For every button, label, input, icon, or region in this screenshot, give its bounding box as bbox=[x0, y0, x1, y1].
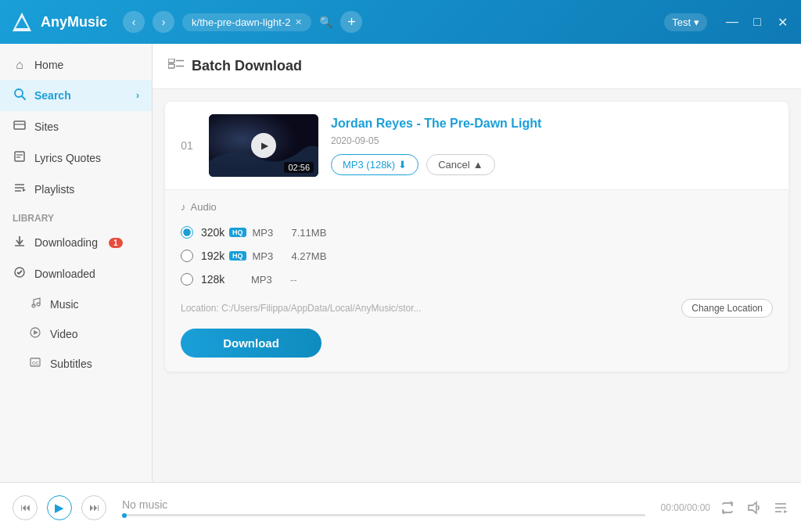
maximize-button[interactable]: □ bbox=[748, 13, 767, 31]
location-label: Location: C:/Users/Filippa/AppData/Local… bbox=[181, 303, 673, 314]
track-number: 01 bbox=[178, 139, 196, 152]
sidebar-item-subtitles[interactable]: CC Subtitles bbox=[0, 349, 152, 379]
cancel-button[interactable]: Cancel ▲ bbox=[426, 154, 494, 175]
location-path: C:/Users/Filippa/AppData/Local/AnyMusic/… bbox=[221, 303, 421, 314]
library-section-label: Library bbox=[0, 205, 152, 227]
volume-button[interactable] bbox=[746, 500, 762, 516]
hq-badge-192k: HQ bbox=[229, 251, 246, 261]
sidebar-label-home: Home bbox=[34, 59, 63, 71]
playlists-icon bbox=[13, 182, 27, 197]
size-128k: -- bbox=[290, 274, 297, 286]
download-arrow-icon: ⬇ bbox=[398, 159, 407, 171]
svg-line-3 bbox=[22, 96, 25, 99]
format-button[interactable]: MP3 (128k) ⬇ bbox=[331, 154, 418, 175]
size-192k: 4.27MB bbox=[292, 250, 339, 262]
quality-value-192k: 192k bbox=[201, 250, 229, 262]
batch-download-title: Batch Download bbox=[192, 58, 302, 74]
sidebar-label-downloading: Downloading bbox=[34, 236, 98, 249]
quality-row-320k: 320k HQ MP3 7.11MB bbox=[181, 221, 773, 244]
sidebar-label-music: Music bbox=[50, 298, 79, 311]
search-tab[interactable]: k/the-pre-dawn-light-2 ✕ bbox=[182, 13, 311, 31]
track-actions: MP3 (128k) ⬇ Cancel ▲ bbox=[331, 154, 776, 175]
player-info: No music bbox=[116, 498, 652, 516]
track-title: Jordan Reyes - The Pre-Dawn Light bbox=[331, 117, 776, 131]
player-extra-controls bbox=[720, 500, 788, 516]
subtitles-icon: CC bbox=[28, 357, 42, 371]
svg-marker-31 bbox=[784, 510, 788, 513]
next-button[interactable]: ⏭ bbox=[81, 495, 106, 520]
music-note-icon: ♪ bbox=[181, 201, 186, 213]
video-icon bbox=[28, 327, 42, 341]
track-header: 01 bbox=[165, 102, 788, 189]
quality-radio-128k[interactable] bbox=[181, 273, 193, 286]
svg-marker-19 bbox=[34, 330, 38, 335]
quality-radio-320k[interactable] bbox=[181, 226, 193, 239]
svg-rect-22 bbox=[168, 59, 174, 63]
add-tab-button[interactable]: + bbox=[340, 11, 362, 33]
svg-point-17 bbox=[37, 303, 40, 306]
sidebar-item-lyrics[interactable]: Lyrics Quotes bbox=[0, 142, 152, 174]
search-icon-tab[interactable]: 🔍 bbox=[319, 16, 332, 28]
svg-marker-27 bbox=[749, 502, 756, 513]
track-container: 01 bbox=[165, 102, 788, 372]
sites-icon bbox=[13, 119, 27, 135]
sidebar-item-search[interactable]: Search › bbox=[0, 80, 152, 111]
lyrics-icon bbox=[13, 150, 27, 166]
sidebar-item-playlists[interactable]: Playlists bbox=[0, 174, 152, 205]
quality-radio-192k[interactable] bbox=[181, 250, 193, 262]
content-header: Batch Download bbox=[153, 44, 801, 89]
close-tab-icon[interactable]: ✕ bbox=[295, 17, 302, 27]
progress-fill bbox=[122, 513, 127, 518]
audio-options: ♪ Audio 320k HQ MP3 7.11MB 192k HQ MP3 bbox=[165, 189, 788, 372]
play-button-overlay[interactable] bbox=[251, 133, 276, 158]
downloading-icon bbox=[13, 235, 27, 250]
svg-text:CC: CC bbox=[32, 361, 39, 365]
location-bar: Location: C:/Users/Filippa/AppData/Local… bbox=[181, 291, 773, 322]
forward-button[interactable]: › bbox=[153, 11, 174, 33]
sidebar-item-sites[interactable]: Sites bbox=[0, 111, 152, 142]
format-320k: MP3 bbox=[253, 227, 292, 239]
sidebar-item-downloading[interactable]: Downloading 1 bbox=[0, 227, 152, 258]
back-button[interactable]: ‹ bbox=[123, 11, 145, 33]
sidebar-item-video[interactable]: Video bbox=[0, 319, 152, 349]
search-icon bbox=[13, 88, 27, 103]
time-display: 00:00/00:00 bbox=[661, 502, 710, 513]
sidebar-item-home[interactable]: ⌂ Home bbox=[0, 50, 152, 80]
track-date: 2020-09-05 bbox=[331, 135, 776, 146]
svg-rect-23 bbox=[168, 64, 174, 68]
progress-bar[interactable] bbox=[122, 514, 645, 516]
minimize-button[interactable]: — bbox=[723, 13, 742, 31]
audio-section-label: ♪ Audio bbox=[181, 201, 773, 213]
sidebar-item-downloaded[interactable]: Downloaded bbox=[0, 258, 152, 289]
close-button[interactable]: ✕ bbox=[773, 13, 792, 31]
change-location-button[interactable]: Change Location bbox=[681, 299, 773, 318]
chevron-right-icon: › bbox=[136, 90, 139, 101]
app-name: AnyMusic bbox=[41, 14, 107, 31]
play-pause-button[interactable]: ▶ bbox=[47, 495, 72, 520]
sidebar-label-video: Video bbox=[50, 328, 78, 340]
quality-value-320k: 320k bbox=[201, 226, 229, 239]
format-192k: MP3 bbox=[253, 250, 292, 262]
svg-rect-6 bbox=[15, 152, 24, 161]
size-320k: 7.11MB bbox=[292, 227, 339, 239]
sidebar-label-search: Search bbox=[34, 89, 71, 102]
queue-button[interactable] bbox=[773, 500, 788, 516]
home-icon: ⌂ bbox=[13, 58, 27, 72]
sidebar-item-music[interactable]: Music bbox=[0, 289, 152, 319]
title-bar: AnyMusic ‹ › k/the-pre-dawn-light-2 ✕ 🔍 … bbox=[0, 0, 801, 44]
track-info: Jordan Reyes - The Pre-Dawn Light 2020-0… bbox=[331, 117, 776, 175]
batch-icon bbox=[168, 59, 184, 74]
music-icon bbox=[28, 297, 42, 311]
download-button[interactable]: Download bbox=[181, 329, 321, 358]
previous-button[interactable]: ⏮ bbox=[13, 495, 38, 520]
user-button[interactable]: Test ▾ bbox=[664, 13, 707, 31]
repeat-button[interactable] bbox=[720, 500, 735, 516]
track-thumbnail[interactable]: 02:56 bbox=[209, 114, 318, 177]
sidebar-label-subtitles: Subtitles bbox=[50, 358, 92, 370]
chevron-up-icon: ▲ bbox=[473, 159, 483, 171]
svg-marker-12 bbox=[23, 189, 26, 192]
sidebar-label-sites: Sites bbox=[34, 120, 59, 133]
content-area: Batch Download 01 bbox=[153, 44, 801, 482]
hq-badge-320k: HQ bbox=[229, 228, 246, 237]
cancel-btn-label: Cancel bbox=[438, 159, 469, 171]
